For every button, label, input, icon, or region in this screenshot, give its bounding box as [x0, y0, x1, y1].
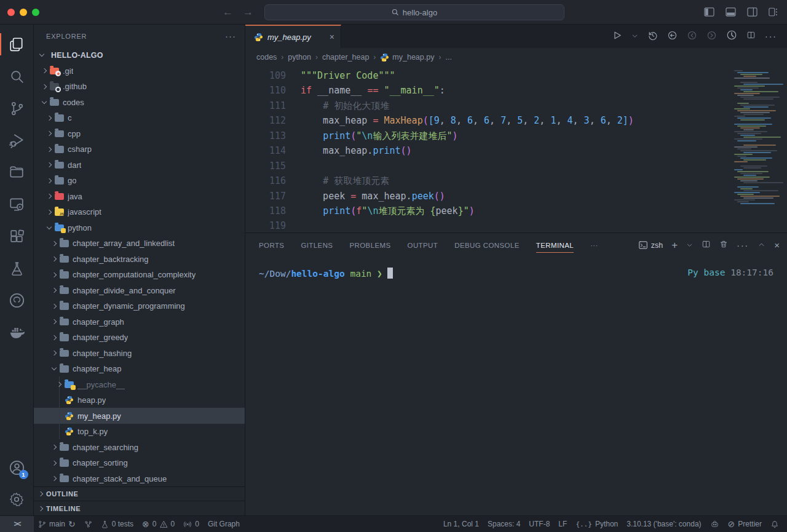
outline-section[interactable]: OUTLINE	[34, 486, 245, 501]
tree-item-chapter-greedy[interactable]: chapter_greedy	[34, 330, 245, 346]
tree-item-my-heap-py[interactable]: my_heap.py	[34, 408, 245, 424]
git-graph[interactable]: Git Graph	[204, 516, 244, 532]
tree-item-heap-py[interactable]: heap.py	[34, 392, 245, 408]
panel-tab-output[interactable]: OUTPUT	[408, 233, 438, 257]
close-panel-icon[interactable]: ×	[774, 240, 780, 251]
tree-item-csharp[interactable]: csharp	[34, 141, 245, 157]
terminal[interactable]: ~/Dow/hello-algo main ❯ Py base 18:17:16	[245, 257, 787, 515]
panel-tab-debug-console[interactable]: DEBUG CONSOLE	[454, 233, 520, 257]
breadcrumb-python[interactable]: python	[288, 53, 311, 62]
previous-change-icon[interactable]	[687, 30, 697, 43]
activity-settings-icon[interactable]	[0, 483, 34, 515]
tree-item-chapter-dynamic-programming[interactable]: chapter_dynamic_programming	[34, 298, 245, 314]
tree-item-chapter-array-and-linkedlist[interactable]: chapter_array_and_linkedlist	[34, 236, 245, 252]
split-editor-icon[interactable]	[746, 31, 756, 42]
activity-project-folder-icon[interactable]	[0, 156, 34, 188]
zoom-button[interactable]	[32, 9, 39, 16]
activity-accounts-icon[interactable]: 1	[0, 451, 34, 483]
customize-layout-icon[interactable]	[769, 7, 778, 17]
panel-tab-problems[interactable]: PROBLEMS	[349, 233, 390, 257]
activity-docker-icon[interactable]	[0, 316, 34, 348]
cursor-position[interactable]: Ln 1, Col 1	[439, 516, 483, 532]
problems-status[interactable]: ⊗00	[138, 516, 179, 532]
breadcrumb-chapter-heap[interactable]: chapter_heap	[322, 53, 369, 62]
tree-item-c[interactable]: c	[34, 110, 245, 126]
history-forward-icon[interactable]: →	[243, 6, 253, 18]
minimize-button[interactable]	[20, 9, 27, 16]
open-changes-icon[interactable]	[667, 30, 678, 43]
toggle-panel-icon[interactable]	[726, 7, 736, 17]
tree-item-chapter-graph[interactable]: chapter_graph	[34, 314, 245, 330]
prettier[interactable]: ⊘Prettier	[724, 516, 766, 532]
tree-item-chapter-heap[interactable]: chapter_heap	[34, 361, 245, 377]
remote-indicator[interactable]: ><	[0, 516, 34, 532]
activity-explorer-icon[interactable]	[0, 28, 34, 60]
timeline-section[interactable]: TIMELINE	[34, 501, 245, 515]
panel-tab-gitlens[interactable]: GITLENS	[301, 233, 333, 257]
activity-search-icon[interactable]	[0, 60, 34, 92]
feedback-status[interactable]: 0	[179, 516, 204, 532]
editor-more-actions-icon[interactable]: ···	[765, 31, 777, 42]
activity-testing-icon[interactable]	[0, 252, 34, 284]
next-change-icon[interactable]	[706, 30, 717, 43]
tree-item-chapter-stack-and-queue[interactable]: chapter_stack_and_queue	[34, 470, 245, 486]
gitlens-file-annotations-icon[interactable]	[726, 30, 737, 43]
tree-root-hello-algo[interactable]: HELLO-ALGO	[34, 47, 245, 63]
activity-remote-explorer-icon[interactable]	[0, 188, 34, 220]
tree-item--git[interactable]: .git	[34, 63, 245, 79]
source-control-graph[interactable]	[80, 516, 97, 532]
run-button[interactable]	[612, 30, 622, 43]
python-interpreter[interactable]: 3.10.13 ('base': conda)	[622, 516, 705, 532]
tree-item-chapter-divide-and-conquer[interactable]: chapter_divide_and_conquer	[34, 282, 245, 298]
tree-item-chapter-computational-complexity[interactable]: chapter_computational_complexity	[34, 267, 245, 283]
branch-status[interactable]: main↻	[34, 516, 80, 532]
tree-item-dart[interactable]: dart	[34, 157, 245, 173]
notifications[interactable]	[766, 516, 783, 532]
kill-terminal-icon[interactable]	[719, 240, 728, 251]
tree-item-python[interactable]: python	[34, 220, 245, 236]
panel-tab-terminal[interactable]: TERMINAL	[536, 233, 574, 257]
tree-item--pycache-[interactable]: __pycache__	[34, 376, 245, 392]
breadcrumb-my-heap-py[interactable]: my_heap.py	[380, 53, 434, 62]
tests-status[interactable]: 0 tests	[97, 516, 138, 532]
breadcrumb--[interactable]: ...	[445, 53, 451, 62]
encoding[interactable]: UTF-8	[524, 516, 554, 532]
history-back-icon[interactable]: ←	[223, 6, 233, 18]
indentation[interactable]: Spaces: 4	[483, 516, 524, 532]
tree-item-javascript[interactable]: JSjavascript	[34, 204, 245, 220]
panel-tab--[interactable]: ···	[590, 233, 598, 257]
terminal-dropdown-chevron[interactable]	[686, 240, 693, 251]
close-button[interactable]	[7, 9, 15, 16]
tree-item-go[interactable]: go	[34, 173, 245, 189]
minimap[interactable]	[734, 70, 782, 218]
run-dropdown-chevron[interactable]	[631, 31, 638, 42]
tree-item-chapter-backtracking[interactable]: chapter_backtracking	[34, 251, 245, 267]
command-center-search[interactable]: hello-algo	[264, 4, 564, 20]
toggle-sidebar-icon[interactable]	[704, 7, 714, 17]
activity-extensions-icon[interactable]	[0, 220, 34, 252]
tree-item-java[interactable]: java	[34, 188, 245, 204]
copilot[interactable]	[706, 516, 724, 532]
explorer-more-actions-icon[interactable]: ···	[225, 31, 236, 41]
split-terminal-icon[interactable]	[702, 240, 711, 251]
new-terminal-icon[interactable]: +	[671, 239, 678, 252]
maximize-panel-icon[interactable]	[757, 240, 765, 251]
tree-item-codes[interactable]: codes	[34, 94, 245, 110]
tree-item-top-k-py[interactable]: top_k.py	[34, 424, 245, 440]
activity-github-icon[interactable]	[0, 284, 34, 316]
terminal-shell-select[interactable]: zsh	[638, 240, 663, 250]
language-mode[interactable]: {..}Python	[571, 516, 622, 532]
breadcrumb-codes[interactable]: codes	[256, 53, 277, 62]
tab-my-heap-py[interactable]: my_heap.py ×	[245, 25, 341, 48]
tree-item--github[interactable]: .github	[34, 79, 245, 95]
panel-tab-ports[interactable]: PORTS	[259, 233, 284, 257]
toggle-secondary-sidebar-icon[interactable]	[747, 7, 757, 17]
activity-source-control-icon[interactable]	[0, 92, 34, 124]
panel-more-actions-icon[interactable]: ···	[737, 240, 749, 251]
code-editor[interactable]: 109110111112113114115116117118119 """Dri…	[245, 66, 787, 232]
tree-item-chapter-searching[interactable]: chapter_searching	[34, 439, 245, 455]
tree-item-cpp[interactable]: cpp	[34, 125, 245, 141]
tree-item-chapter-sorting[interactable]: chapter_sorting	[34, 455, 245, 471]
file-history-icon[interactable]	[647, 30, 658, 43]
tree-item-chapter-hashing[interactable]: chapter_hashing	[34, 345, 245, 361]
